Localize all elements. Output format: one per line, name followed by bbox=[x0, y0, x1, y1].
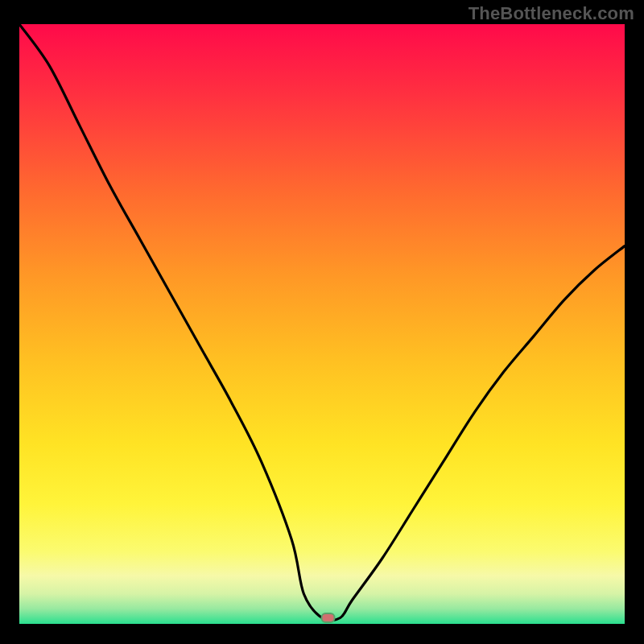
chart-frame: TheBottleneck.com bbox=[0, 0, 644, 644]
plot-svg bbox=[19, 24, 625, 624]
minimum-marker bbox=[322, 613, 335, 622]
watermark-text: TheBottleneck.com bbox=[469, 3, 634, 24]
plot-area bbox=[19, 24, 625, 624]
gradient-background bbox=[19, 24, 625, 624]
